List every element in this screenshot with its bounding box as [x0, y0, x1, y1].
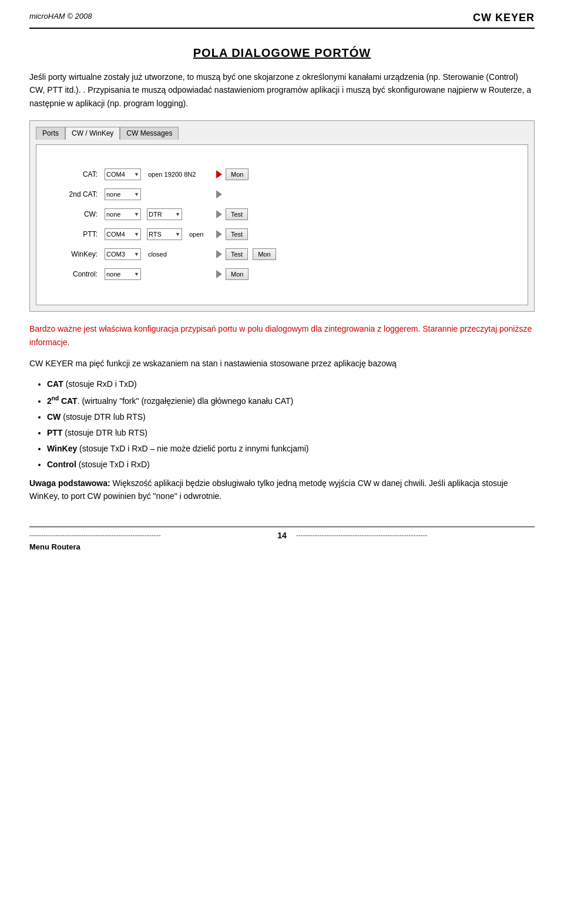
ptt-signal-select[interactable]: RTS ▼ — [147, 228, 182, 240]
list-item: CAT (stosuje RxD i TxD) — [47, 378, 535, 390]
row-label-control: Control: — [60, 270, 101, 278]
bullet-control-label: Control — [47, 460, 76, 469]
function-list: CAT (stosuje RxD i TxD) 2nd CAT. (wirtua… — [47, 378, 535, 471]
header-left: microHAM © 2008 — [29, 12, 92, 21]
tab-cw-winkey[interactable]: CW / WinKey — [65, 127, 120, 140]
header-right: CW KEYER — [473, 12, 535, 24]
status-arrow-icon — [216, 230, 222, 238]
row-label-cat: CAT: — [60, 170, 101, 178]
ptt-test-button[interactable]: Test — [226, 228, 248, 240]
tab-cw-messages[interactable]: CW Messages — [120, 127, 179, 140]
tab-ports[interactable]: Ports — [36, 127, 65, 140]
note-bold-label: Uwaga podstawowa: — [29, 478, 110, 488]
cw-test-button[interactable]: Test — [226, 208, 248, 220]
table-row: WinKey: COM3 ▼ closed Test Mon — [60, 248, 504, 260]
page-header: microHAM © 2008 CW KEYER — [29, 12, 535, 29]
control-mon-button[interactable]: Mon — [226, 268, 249, 280]
table-row: CW: none ▼ DTR ▼ Test — [60, 208, 504, 220]
footer-page-number: 14 — [277, 531, 287, 540]
winkey-mon-button[interactable]: Mon — [253, 248, 276, 260]
chevron-down-icon: ▼ — [134, 211, 139, 217]
footer-dash-right: ----------------------------------------… — [296, 531, 535, 539]
row-label-2ndcat: 2nd CAT: — [60, 190, 101, 198]
chevron-down-icon: ▼ — [175, 211, 180, 217]
chevron-down-icon: ▼ — [134, 231, 139, 237]
list-item: WinKey (stosuje TxD i RxD – nie może dzi… — [47, 443, 535, 455]
list-item: 2nd CAT. (wirtualny "fork" (rozgałęzieni… — [47, 394, 535, 407]
cw-signal-select[interactable]: DTR ▼ — [147, 208, 182, 220]
row-label-winkey: WinKey: — [60, 250, 101, 258]
status-arrow-icon — [216, 270, 222, 278]
list-item: PTT (stosuje DTR lub RTS) — [47, 427, 535, 439]
status-arrow-icon — [216, 210, 222, 218]
chevron-down-icon: ▼ — [175, 231, 180, 237]
table-row: PTT: COM4 ▼ RTS ▼ open Test — [60, 228, 504, 240]
note-paragraph: Uwaga podstawowa: Większość aplikacji bę… — [29, 477, 535, 503]
section-title: CW KEYER ma pięć funkcji ze wskazaniem n… — [29, 357, 535, 370]
winkey-test-button[interactable]: Test — [226, 248, 248, 260]
list-item: Control (stosuje TxD i RxD) — [47, 458, 535, 471]
dialog-tabs: Ports CW / WinKey CW Messages — [36, 127, 528, 140]
bullet-cw-label: CW — [47, 412, 61, 421]
status-arrow-icon — [216, 170, 222, 178]
ptt-status: open — [189, 231, 213, 238]
cat-status: open 19200 8N2 — [148, 171, 213, 178]
page-footer: ----------------------------------------… — [29, 527, 535, 551]
intro-paragraph1: Jeśli porty wirtualne zostały już utworz… — [29, 70, 535, 110]
chevron-down-icon: ▼ — [134, 191, 139, 197]
2ndcat-port-select[interactable]: none ▼ — [105, 188, 141, 200]
bullet-ptt-label: PTT — [47, 428, 62, 437]
ptt-port-select[interactable]: COM4 ▼ — [105, 228, 141, 240]
status-arrow-icon — [216, 190, 222, 198]
bullet-2ndcat-label: 2nd CAT — [47, 396, 78, 406]
winkey-port-select[interactable]: COM3 ▼ — [105, 248, 141, 260]
list-item: CW (stosuje DTR lub RTS) — [47, 411, 535, 423]
cat-mon-button[interactable]: Mon — [226, 168, 249, 180]
table-row: CAT: COM4 ▼ open 19200 8N2 Mon — [60, 168, 504, 180]
bullet-winkey-label: WinKey — [47, 444, 77, 453]
chevron-down-icon: ▼ — [134, 171, 139, 177]
cw-port-select[interactable]: none ▼ — [105, 208, 141, 220]
row-label-cw: CW: — [60, 210, 101, 218]
status-arrow-icon — [216, 250, 222, 258]
table-row: 2nd CAT: none ▼ — [60, 188, 504, 200]
winkey-status: closed — [148, 251, 213, 258]
bullet-cat-label: CAT — [47, 379, 63, 389]
chevron-down-icon: ▼ — [134, 251, 139, 257]
dialog-content: CAT: COM4 ▼ open 19200 8N2 Mon 2nd CAT: … — [36, 144, 528, 305]
page-title: POLA DIALOGOWE PORTÓW — [29, 46, 535, 60]
dialog-box: Ports CW / WinKey CW Messages CAT: COM4 … — [29, 120, 535, 312]
control-port-select[interactable]: none ▼ — [105, 268, 141, 280]
chevron-down-icon: ▼ — [134, 271, 139, 277]
port-rows: CAT: COM4 ▼ open 19200 8N2 Mon 2nd CAT: … — [54, 157, 510, 293]
cat-port-select[interactable]: COM4 ▼ — [105, 168, 141, 180]
footer-menu-label: Menu Routera — [29, 542, 535, 551]
footer-dash-left: ----------------------------------------… — [29, 531, 268, 539]
table-row: Control: none ▼ Mon — [60, 268, 504, 280]
row-label-ptt: PTT: — [60, 230, 101, 238]
footer-page-line: ----------------------------------------… — [29, 531, 535, 540]
warning-text: Bardzo ważne jest właściwa konfiguracja … — [29, 322, 535, 349]
